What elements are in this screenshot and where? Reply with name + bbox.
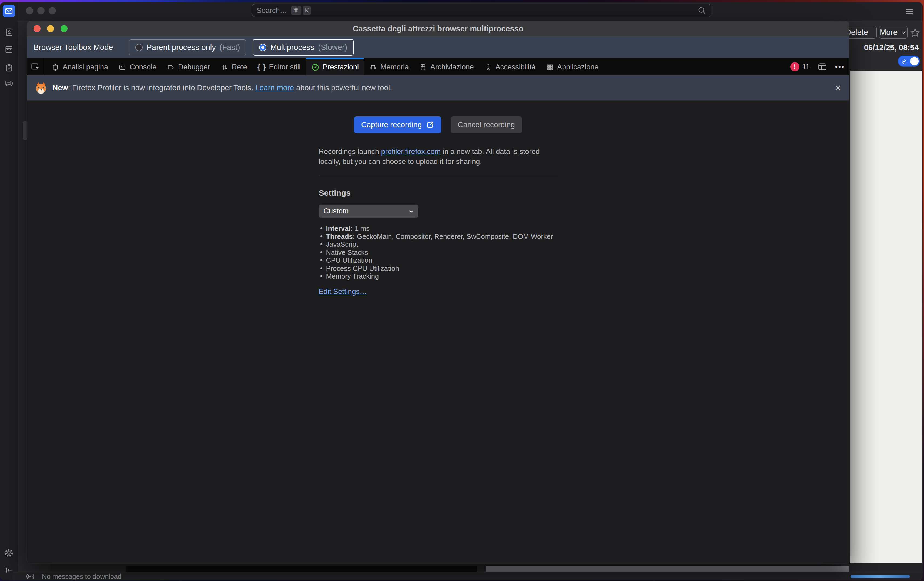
app-grid-icon bbox=[546, 63, 554, 71]
tab-label: Rete bbox=[232, 63, 247, 71]
sidebar-tasks-button[interactable] bbox=[3, 62, 15, 74]
tab-accessibilita[interactable]: Accessibilità bbox=[479, 58, 541, 75]
profiler-settings-list: Interval: 1 ms Threads: GeckoMain, Compo… bbox=[319, 224, 558, 281]
meatball-menu-button[interactable]: ••• bbox=[835, 63, 845, 71]
message-theme-toggle[interactable] bbox=[898, 56, 920, 67]
recordings-description: Recordings launch profiler.firefox.com i… bbox=[319, 147, 558, 167]
mode-option-parent-process[interactable]: Parent process only (Fast) bbox=[129, 40, 246, 55]
tab-debugger[interactable]: Debugger bbox=[162, 58, 215, 75]
list-item: JavaScript bbox=[320, 241, 558, 249]
list-item: CPU Utilization bbox=[320, 256, 558, 264]
tab-label: Prestazioni bbox=[323, 63, 359, 71]
tab-memoria[interactable]: Memoria bbox=[364, 58, 414, 75]
window-zoom-button-inactive[interactable] bbox=[49, 7, 56, 14]
tab-console[interactable]: Console bbox=[113, 58, 162, 75]
error-count-button[interactable]: ! 11 bbox=[790, 62, 810, 71]
list-item: Threads: GeckoMain, Compositor, Renderer… bbox=[320, 233, 558, 241]
tab-archiviazione[interactable]: Archiviazione bbox=[414, 58, 479, 75]
app-menu-button[interactable] bbox=[903, 5, 916, 18]
message-datetime: 06/12/25, 08:54 bbox=[864, 43, 919, 52]
list-item: Interval: 1 ms bbox=[320, 224, 558, 233]
capture-recording-button[interactable]: Capture recording bbox=[354, 117, 441, 133]
app-toolbar: Search… ⌘ K bbox=[18, 2, 922, 21]
tab-editor-stili[interactable]: { } Editor stili bbox=[252, 58, 306, 75]
browser-toolbox-window: Cassetta degli attrezzi browser multipro… bbox=[27, 21, 849, 564]
desktop-wallpaper: Search… ⌘ K Delete More bbox=[0, 0, 924, 581]
tab-applicazione[interactable]: Applicazione bbox=[541, 58, 604, 75]
cancel-recording-button[interactable]: Cancel recording bbox=[450, 117, 522, 133]
element-picker-button[interactable] bbox=[27, 58, 45, 75]
message-body-strip bbox=[850, 71, 922, 563]
search-placeholder: Search… bbox=[257, 7, 287, 15]
sun-icon bbox=[901, 58, 908, 65]
console-icon bbox=[118, 63, 127, 71]
star-icon[interactable] bbox=[910, 28, 921, 38]
tab-label: Debugger bbox=[178, 63, 210, 71]
mode-option-multiprocess[interactable]: Multiprocess (Slower) bbox=[252, 39, 354, 56]
tab-prestazioni[interactable]: Prestazioni bbox=[306, 58, 364, 75]
storage-icon bbox=[419, 63, 427, 71]
search-input[interactable]: Search… ⌘ K bbox=[252, 4, 711, 17]
learn-more-link[interactable]: Learn more bbox=[255, 84, 294, 92]
sidebar-mail-button[interactable] bbox=[3, 5, 15, 17]
sidebar-settings-button[interactable] bbox=[3, 547, 15, 559]
app-statusbar: No messages to download bbox=[13, 572, 922, 581]
minimize-traffic-light[interactable] bbox=[47, 25, 54, 32]
toggle-knob bbox=[910, 57, 919, 65]
more-button[interactable]: More bbox=[879, 26, 908, 39]
tab-label: Console bbox=[130, 63, 157, 71]
mode-option-suffix: (Fast) bbox=[219, 43, 240, 52]
sidebar-addressbook-button[interactable] bbox=[3, 26, 15, 38]
more-button-label: More bbox=[880, 28, 898, 37]
window-bottom-accent bbox=[850, 575, 910, 578]
zoom-traffic-light[interactable] bbox=[61, 25, 68, 32]
tab-label: Applicazione bbox=[557, 63, 599, 71]
kbd-cmd-badge: ⌘ bbox=[291, 6, 301, 15]
edit-settings-link[interactable]: Edit Settings… bbox=[319, 287, 367, 296]
notification-close-button[interactable]: × bbox=[835, 75, 841, 101]
notification-text: New: Firefox Profiler is now integrated … bbox=[53, 84, 392, 92]
settings-preset-select[interactable]: Custom bbox=[319, 205, 418, 218]
error-icon: ! bbox=[790, 62, 799, 71]
dock-layout-button[interactable] bbox=[817, 62, 828, 72]
list-item: Process CPU Utilization bbox=[320, 264, 558, 273]
list-item: Native Stacks bbox=[320, 249, 558, 257]
kbd-k-badge: K bbox=[303, 6, 311, 15]
accessibility-person-icon bbox=[484, 63, 492, 71]
cancel-recording-label: Cancel recording bbox=[458, 120, 515, 129]
window-minimize-button-inactive[interactable] bbox=[37, 7, 45, 14]
notification-bold: New bbox=[53, 84, 68, 92]
debugger-icon bbox=[167, 63, 175, 71]
devtools-tabbar: Analisi pagina Console Debugger Rete { }… bbox=[27, 58, 849, 75]
activity-radio-icon bbox=[26, 572, 35, 581]
close-traffic-light[interactable] bbox=[33, 25, 41, 32]
tab-analisi-pagina[interactable]: Analisi pagina bbox=[46, 58, 113, 75]
toolbox-window-title: Cassetta degli attrezzi browser multipro… bbox=[353, 24, 524, 33]
clipboard-check-icon bbox=[4, 63, 13, 73]
chevron-down-icon bbox=[901, 30, 907, 35]
statusbar-message: No messages to download bbox=[42, 573, 122, 581]
sidebar-chat-button[interactable] bbox=[3, 77, 15, 90]
element-picker-icon bbox=[31, 62, 41, 72]
radio-selected-icon bbox=[259, 44, 266, 51]
tab-rete[interactable]: Rete bbox=[215, 58, 252, 75]
tab-label: Analisi pagina bbox=[63, 63, 108, 71]
profiler-site-link[interactable]: profiler.firefox.com bbox=[381, 147, 441, 156]
tab-label: Editor stili bbox=[269, 63, 300, 71]
hamburger-icon bbox=[904, 6, 915, 17]
message-pane-scroll-fragment bbox=[486, 566, 849, 572]
app-sidebar bbox=[0, 2, 18, 581]
performance-gauge-icon bbox=[311, 63, 320, 72]
inspector-icon bbox=[51, 63, 59, 71]
settings-heading: Settings bbox=[319, 188, 558, 198]
profiler-notification-bar: New: Firefox Profiler is now integrated … bbox=[27, 75, 849, 101]
calendar-icon bbox=[4, 45, 13, 54]
tab-label: Memoria bbox=[380, 63, 409, 71]
window-close-button-inactive[interactable] bbox=[26, 7, 33, 14]
external-link-icon bbox=[426, 121, 434, 129]
mail-icon bbox=[4, 7, 13, 16]
mode-option-suffix: (Slower) bbox=[318, 43, 347, 52]
sidebar-calendar-button[interactable] bbox=[3, 43, 15, 56]
fox-icon bbox=[35, 82, 48, 94]
message-list-fragment bbox=[125, 566, 477, 572]
